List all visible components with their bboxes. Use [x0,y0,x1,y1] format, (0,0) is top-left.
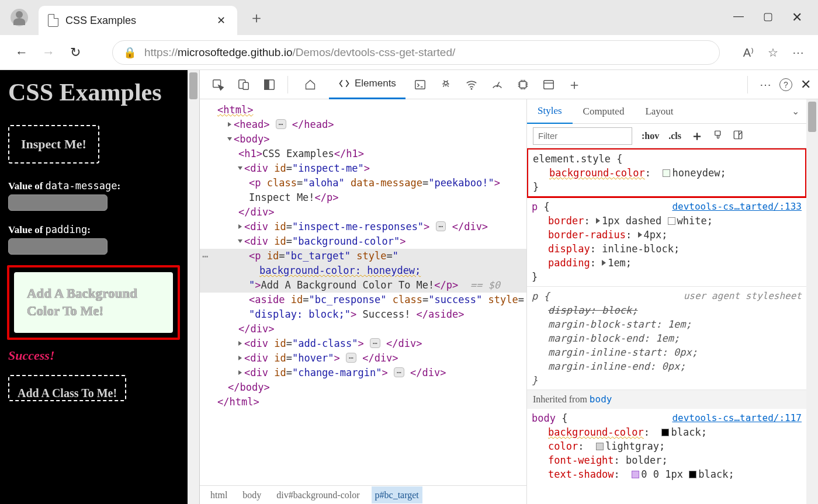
page-preview[interactable]: CSS Examples Inspect Me! Value of data-m… [0,70,188,504]
computed-sidebar-icon[interactable] [733,130,743,142]
data-message-input[interactable] [8,194,108,211]
tab-close-button[interactable]: ✕ [214,14,228,27]
breadcrumb-html[interactable]: html [207,486,231,503]
padding-input[interactable] [8,238,108,255]
url-text: https://microsoftedge.github.io/Demos/de… [144,46,455,59]
svg-rect-11 [715,131,720,135]
hov-toggle[interactable]: :hov [642,131,659,141]
inspect-element-button[interactable] [207,74,229,96]
add-class-box[interactable]: Add A Class To Me! [8,375,126,401]
element-style-rule[interactable]: element.style { background-color: honeyd… [527,148,806,198]
devtools-panel: Elements ＋ ⋯ ? ✕ <html> <head> ⋯ </head> [200,70,818,504]
console-tab-button[interactable] [409,74,431,96]
window-maximize-button[interactable]: ▢ [762,10,774,25]
welcome-tab[interactable] [295,70,325,99]
svg-point-8 [497,85,498,87]
memory-tab-button[interactable] [512,74,534,96]
page-title: CSS Examples [8,78,179,106]
expand-chevron-icon[interactable]: ⌄ [792,106,799,117]
url-bar[interactable]: 🔒 https://microsoftedge.github.io/Demos/… [112,40,720,65]
paint-brush-icon[interactable] [713,130,723,142]
inspect-me-box[interactable]: Inspect Me! [8,125,99,164]
sources-tab-button[interactable] [435,74,457,96]
browser-tab[interactable]: CSS Examples ✕ [39,6,237,35]
cls-toggle[interactable]: .cls [668,131,681,141]
back-button[interactable]: ← [14,45,29,60]
reload-button[interactable]: ↻ [68,45,83,60]
svg-point-6 [444,81,448,85]
breadcrumb-div[interactable]: div#background-color [273,486,363,503]
performance-tab-button[interactable] [486,74,508,96]
body-rule[interactable]: devtools-cs…tarted/:117 body { backgroun… [527,409,806,484]
styles-tab[interactable]: Styles [527,99,573,124]
breadcrumb-p[interactable]: p#bc_target [372,486,422,503]
dock-button[interactable] [258,74,280,96]
bc-target-element[interactable]: Add A Background Color To Me! [14,272,173,333]
styles-filter-input[interactable] [533,127,632,145]
devtools-help-button[interactable]: ? [779,78,792,91]
data-message-label: Value of data-message: [8,180,179,192]
inherited-from-label: Inherited from body [527,390,806,409]
computed-tab[interactable]: Computed [573,99,635,124]
p-rule[interactable]: devtools-cs…tarted/:133 p { border: 1px … [527,197,806,287]
network-tab-button[interactable] [460,74,483,96]
breadcrumb-body[interactable]: body [239,486,265,503]
more-tabs-button[interactable]: ＋ [563,74,585,96]
dom-tree[interactable]: <html> <head> ⋯ </head> <body> <h1>CSS E… [200,99,526,485]
forward-button[interactable]: → [41,45,56,60]
success-label: Success! [8,348,179,363]
svg-rect-4 [265,79,269,89]
layout-tab[interactable]: Layout [635,99,684,124]
read-aloud-icon[interactable]: A⁾ [743,46,754,60]
breadcrumb[interactable]: html body div#background-color p#bc_targ… [200,485,526,504]
styles-rules-list[interactable]: element.style { background-color: honeyd… [527,148,806,504]
source-link-2[interactable]: devtools-cs…tarted/:117 [672,411,802,425]
window-close-button[interactable]: ✕ [791,10,803,25]
p-ua-rule[interactable]: user agent stylesheet p { display: block… [527,287,806,390]
styles-scrollbar[interactable] [806,99,818,504]
profile-avatar[interactable] [11,9,28,26]
preview-scrollbar[interactable] [188,70,199,504]
selected-element-highlight: Add A Background Color To Me! [7,265,180,340]
window-minimize-button[interactable]: ― [733,10,744,25]
device-toggle-button[interactable] [233,74,255,96]
more-menu-button[interactable]: ⋯ [792,46,804,60]
favorite-icon[interactable]: ☆ [768,46,778,60]
padding-label: Value of padding: [8,224,179,236]
devtools-close-button[interactable]: ✕ [800,77,811,92]
page-icon [48,14,58,27]
elements-tab[interactable]: Elements [329,70,405,99]
new-tab-button[interactable]: ＋ [249,8,264,28]
devtools-more-button[interactable]: ⋯ [760,78,771,92]
svg-rect-12 [734,131,742,139]
svg-rect-5 [415,80,425,89]
source-link[interactable]: devtools-cs…tarted/:133 [672,200,802,214]
svg-rect-9 [519,81,526,88]
lock-icon: 🔒 [123,46,136,59]
application-tab-button[interactable] [538,74,560,96]
new-rule-button[interactable]: ＋ [691,127,703,145]
tab-title: CSS Examples [65,15,207,27]
svg-point-7 [471,88,473,89]
svg-rect-2 [243,82,248,89]
selected-dom-node[interactable]: ⋯<p id="bc_target" style=" [200,249,526,263]
svg-rect-10 [544,80,554,89]
